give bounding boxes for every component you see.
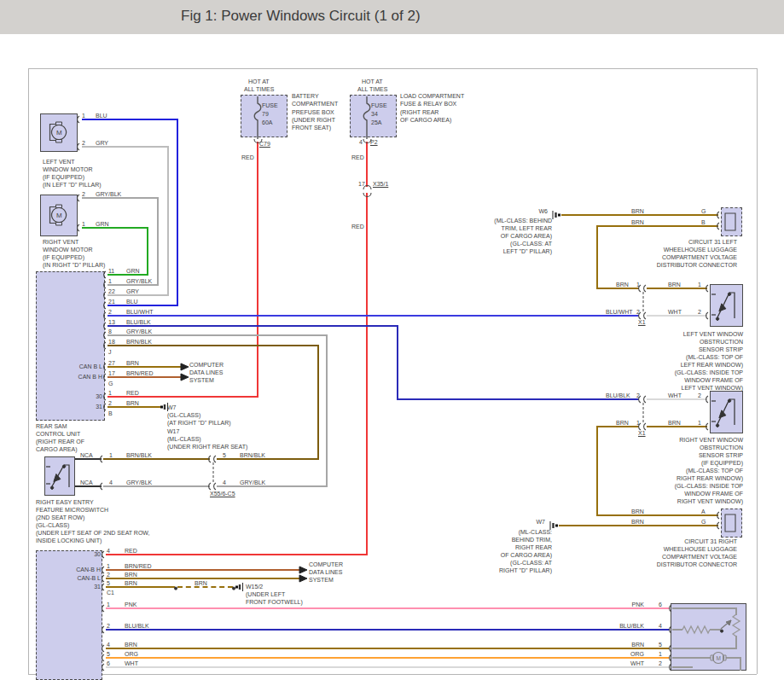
diagram-label: (GL-CLASS: INSIDE TOP	[675, 483, 743, 490]
diagram-label: BRN/BLK	[240, 452, 265, 459]
wire-gryblk-loop	[326, 334, 328, 487]
diagram-label: X35/1	[373, 181, 388, 188]
diagram-label: 2	[108, 309, 112, 316]
diagram-label: 5	[107, 580, 110, 587]
symbol-path	[214, 483, 216, 490]
diagram-label: HOT AT	[362, 78, 383, 85]
diagram-label: FUSE & RELAY BOX	[400, 101, 456, 108]
diagram-label: LOAD COMPARTMENT	[400, 93, 464, 100]
diagram-label: OF CARGO AREA)	[501, 233, 552, 240]
diagram-label: W6	[539, 208, 549, 215]
diagram-label: 1	[107, 563, 110, 570]
diagram-label: CAN B L	[79, 363, 102, 370]
diagram-label: (ML-CLASS: TOP OF	[686, 468, 743, 474]
diagram-label: (GL-CLASS)	[167, 412, 200, 419]
circuit-31-left-connector-box	[721, 207, 742, 236]
diagram-label: INSIDE LOCKING UNIT)	[36, 538, 102, 544]
diagram-label: RED	[126, 390, 139, 397]
diagram-label: BRN	[631, 509, 644, 515]
wire-red-fuse79	[257, 142, 258, 398]
diagram-label: 27	[108, 360, 115, 367]
diagram-label: CAN-B L	[77, 575, 101, 582]
diagram-label: LEFT VENT WINDOW)	[682, 385, 743, 392]
wire-msw-gryblk	[103, 485, 210, 487]
page-title: Fig 1: Power Windows Circuit (1 of 2)	[181, 8, 421, 25]
diagram-label: BRN	[631, 219, 644, 226]
diagram-label: 1	[108, 278, 112, 285]
wire-pnk	[106, 607, 670, 609]
diagram-label: BRN/RED	[125, 563, 152, 570]
diagram-label: (ML-CLASS: BEHIND	[494, 218, 552, 224]
diagram-label: COMPARTMENT	[292, 101, 338, 108]
diagram-label: RIGHT REAR WINDOW)	[677, 475, 743, 482]
diagram-label: BLU/BLK	[126, 319, 151, 326]
diagram-label: 2	[659, 660, 662, 667]
diagram-label: GRY/BLK	[240, 479, 265, 486]
diagram-label: W7	[167, 404, 177, 411]
diagram-label: (UNDER LEFT SEAT OF 2ND SEAT ROW,	[36, 530, 150, 537]
diagram-label: REAR SAM	[36, 423, 67, 430]
diagram-label: CIRCUIT 31 RIGHT	[684, 538, 737, 545]
diagram-label: BRN	[195, 580, 207, 587]
diagram-label: OBSTRUCTION	[700, 445, 743, 451]
wire-blublk-btm	[106, 629, 670, 631]
diagram-label: G	[701, 208, 706, 215]
wire-gryblk-loop	[217, 485, 327, 487]
diagram-label: BLU/WHT	[606, 309, 633, 316]
diagram-label: GRY/BLK	[126, 328, 152, 335]
wire-lift-int-3	[740, 657, 741, 671]
diagram-label: BLU/BLK	[125, 623, 149, 630]
wire-brn-circ31l-b	[596, 225, 598, 289]
diagram-label: WINDOW MOTOR	[43, 247, 93, 253]
diagram-label: BRN/RED	[126, 370, 154, 377]
diagram-label: 2	[698, 309, 701, 316]
diagram-label: 1	[82, 221, 85, 228]
diagram-label: WHT	[668, 392, 682, 399]
diagram-label: (GL-CLASS: AT	[510, 560, 552, 567]
diagram-label: BRN	[631, 642, 644, 648]
wire-lift-int-3	[672, 657, 711, 659]
diagram-label: WHT	[668, 309, 682, 316]
diagram-label: 60A	[262, 119, 272, 126]
right-easy-entry-microswitch-box	[44, 456, 75, 496]
diagram-label: DISTRIBUTOR CONNECTOR	[657, 561, 737, 568]
left-vent-motor-box	[40, 113, 78, 152]
diagram-label: FRONT SEAT)	[292, 125, 331, 131]
diagram-label: 1	[107, 602, 110, 608]
diagram-label: ALL TIMES	[357, 86, 387, 93]
wire-grn-right-motor	[147, 227, 148, 276]
diagram-label: OF CARGO AREA)	[400, 117, 451, 124]
diagram-label: RIGHT EASY ENTRY	[36, 499, 94, 506]
diagram-label: PNK	[125, 602, 136, 608]
diagram-label: (2ND SEAT ROW)	[36, 514, 84, 521]
diagram-label: OF CARGO AREA)	[501, 552, 552, 559]
wire-brn-to-circ31r	[597, 514, 718, 516]
diagram-label: CAN-B H	[76, 567, 101, 573]
wire-brn-btm-4	[106, 648, 670, 649]
diagram-label: COMPARTMENT VOLTAGE	[662, 554, 737, 561]
diagram-label: BEHIND TRIM,	[512, 537, 552, 543]
symbol-path	[214, 456, 216, 462]
diagram-label: 5	[107, 651, 110, 658]
diagram-label: 2	[82, 140, 85, 147]
diagram-label: RIGHT REAR	[515, 544, 552, 551]
diagram-label: B	[701, 219, 706, 226]
diagram-label: DATA LINES	[189, 369, 223, 376]
diagram-border-left	[28, 68, 29, 674]
diagram-label: (IF EQUIPPED)	[43, 254, 84, 261]
diagram-label: BRN	[125, 572, 137, 578]
diagram-label: 5	[223, 452, 226, 459]
diagram-label: B	[108, 410, 113, 417]
diagram-label: (ML-CLASS)	[167, 436, 201, 443]
diagram-label: GRY	[126, 288, 139, 295]
diagram-label: WHT	[630, 660, 644, 667]
diagram-label: PNK	[632, 602, 644, 608]
diagram-label: (ML-CLASS: TOP OF	[686, 354, 743, 361]
diagram-label: RED	[351, 224, 364, 230]
wire-lift-int-2	[672, 629, 682, 631]
diagram-label: 8	[108, 328, 112, 335]
diagram-label: GRN	[126, 268, 140, 275]
right-vent-motor-box	[40, 195, 78, 236]
wire-brnblk-loop	[317, 345, 319, 460]
diagram-label: OBSTRUCTION	[700, 339, 743, 346]
